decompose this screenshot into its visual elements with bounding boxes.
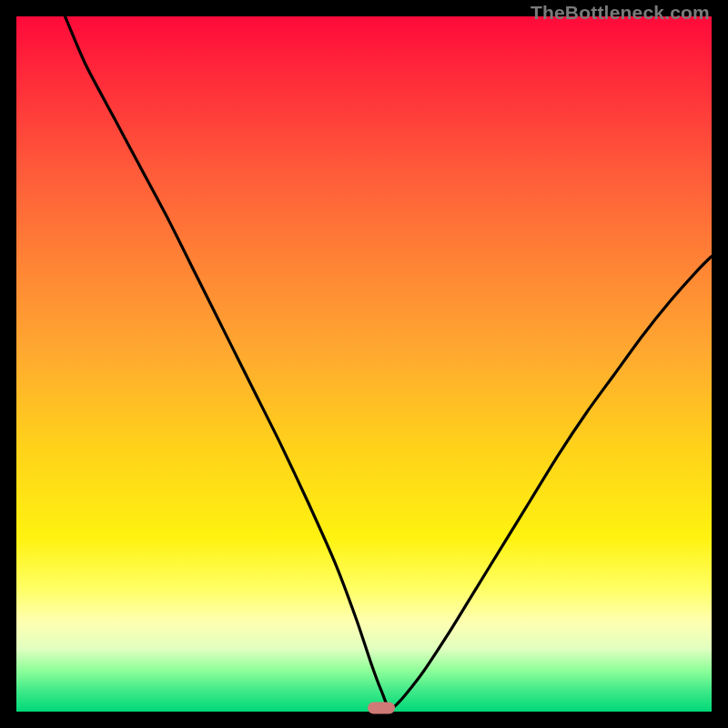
chart-frame: TheBottleneck.com [0, 0, 728, 728]
watermark-label: TheBottleneck.com [531, 2, 710, 24]
bottleneck-curve [16, 16, 712, 712]
optimal-point-marker [368, 703, 395, 714]
plot-area [16, 16, 712, 712]
